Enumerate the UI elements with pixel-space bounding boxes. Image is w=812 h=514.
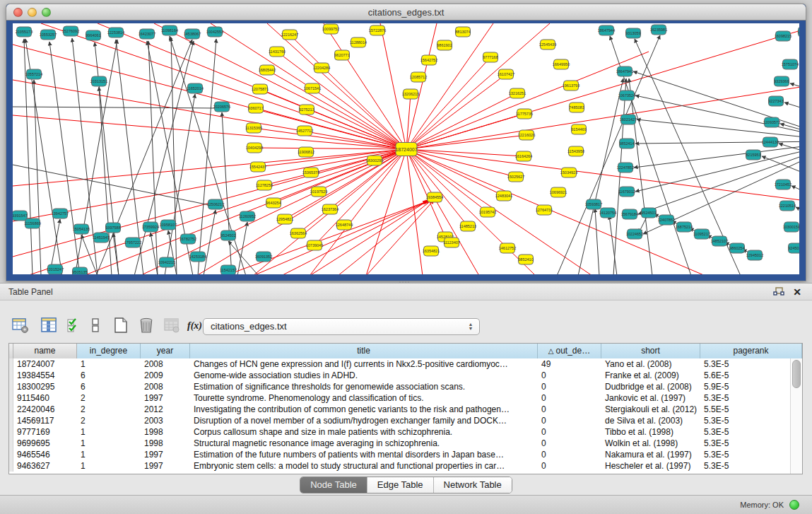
graph-node[interactable]: 12764731 (536, 205, 553, 215)
graph-node[interactable]: 12954821 (276, 214, 293, 224)
table-cell[interactable]: Dudbridge et al. (2008) (601, 381, 700, 392)
table-cell[interactable]: 1 (77, 460, 141, 472)
graph-node[interactable]: 11775735 (516, 109, 533, 119)
graph-node[interactable]: 13216251 (509, 88, 526, 98)
graph-node[interactable]: 16362564 (290, 228, 307, 238)
graph-node[interactable]: 11278258 (256, 180, 273, 190)
table-cell[interactable]: 0 (538, 381, 601, 392)
graph-node[interactable]: 15276092 (62, 26, 79, 36)
table-cell[interactable]: de Silva et al. (2003) (601, 415, 700, 426)
graph-node[interactable]: 12444138 (762, 137, 779, 147)
table-cell[interactable]: 5.3E-5 (700, 426, 802, 438)
graph-node[interactable]: 9360717 (248, 103, 263, 113)
graph-node[interactable]: 9643254 (266, 198, 281, 208)
graph-node[interactable]: 11542157 (220, 265, 237, 274)
table-cell[interactable]: Jankovic et al. (1997) (601, 392, 700, 404)
table-cell[interactable]: 1 (77, 449, 141, 460)
table-cell[interactable]: Changes of HCN gene expression and I(f) … (190, 358, 538, 370)
table-cell[interactable]: 2 (77, 404, 141, 415)
table-row[interactable]: 1830029562008Estimation of significance … (9, 381, 802, 392)
table-cell[interactable]: 6 (77, 370, 141, 381)
graph-node[interactable]: 11652014 (187, 83, 204, 93)
graph-node[interactable]: 11315365 (245, 123, 262, 133)
column-header-short[interactable]: short (601, 344, 700, 358)
table-cell[interactable]: Estimation of the future numbers of pati… (190, 449, 538, 460)
citation-network-graph[interactable]: 2035517310553257152760929964061122538141… (13, 23, 799, 274)
table-cell[interactable]: 0 (538, 449, 601, 460)
table-cell[interactable]: 2008 (141, 358, 190, 370)
graph-node[interactable]: 9245012 (788, 243, 799, 253)
table-cell[interactable]: 0 (538, 392, 601, 404)
table-cell[interactable]: 2008 (141, 381, 190, 392)
tab-node-table[interactable]: Node Table (300, 477, 367, 493)
graph-node[interactable]: 12506217 (207, 199, 224, 209)
graph-node[interactable]: 10300154 (783, 222, 799, 232)
graph-node[interactable]: 11123407 (443, 238, 460, 247)
graph-node[interactable]: 11485213 (459, 221, 476, 231)
graph-node[interactable]: 18647944 (598, 25, 615, 35)
column-header-title[interactable]: title (190, 344, 538, 358)
graph-node[interactable]: 10673524 (618, 90, 635, 100)
graph-node[interactable]: 10739045 (306, 240, 323, 250)
graph-node[interactable]: 12075871 (252, 84, 269, 94)
table-cell[interactable]: 1997 (141, 460, 190, 472)
graph-node[interactable]: 9227343 (768, 96, 783, 106)
graph-node[interactable]: 9524501 (641, 208, 656, 218)
delete-column-icon[interactable] (136, 315, 157, 336)
graph-node[interactable]: 16107427 (498, 69, 514, 79)
hub-node[interactable]: 18724007 (395, 143, 417, 156)
table-cell[interactable]: Tourette syndrome. Phenomenology and cla… (190, 392, 538, 404)
graph-node[interactable]: 15025627 (507, 172, 524, 182)
table-cell[interactable]: 0 (538, 370, 601, 381)
graph-node[interactable]: 9852414 (619, 139, 634, 148)
table-cell[interactable]: 19384554 (13, 370, 77, 381)
graph-node[interactable]: 20313151 (90, 76, 107, 86)
graph-node[interactable]: 11260952 (239, 211, 256, 221)
table-cell[interactable]: Disruption of a novel member of a sodium… (190, 415, 538, 426)
table-row[interactable]: 2242004622012Investigating the contribut… (9, 404, 802, 415)
graph-node[interactable]: 15642752 (420, 55, 437, 65)
graph-node[interactable]: 12093572 (763, 117, 780, 127)
graph-node[interactable]: 16237364 (322, 204, 339, 214)
table-row[interactable]: 1872400712008Changes of HCN gene express… (9, 358, 802, 370)
row-height-icon[interactable] (85, 315, 106, 336)
graph-node[interactable]: 11906812 (298, 147, 314, 157)
graph-node[interactable]: 12945012 (746, 250, 763, 260)
table-cell[interactable]: 5.3E-5 (700, 392, 802, 404)
table-cell[interactable]: 0 (538, 426, 601, 438)
table-cell[interactable]: 5.3E-5 (700, 415, 802, 426)
graph-node[interactable]: 10042553 (206, 27, 223, 37)
graph-node[interactable]: 9861902 (437, 40, 452, 50)
table-cell[interactable]: 0 (538, 415, 601, 426)
table-cell[interactable]: 2009 (141, 370, 190, 381)
graph-node[interactable]: 14120754 (599, 208, 616, 218)
table-row[interactable]: 946362711997Embryonic stem cells: a mode… (9, 460, 802, 472)
table-cell[interactable]: Hescheler et al. (1997) (601, 460, 700, 472)
graph-node[interactable]: 13206215 (402, 89, 419, 99)
select-columns-icon[interactable] (64, 315, 85, 336)
table-cell[interactable]: 0 (538, 404, 601, 415)
graph-node[interactable]: 17957222 (124, 238, 141, 247)
graph-node[interactable]: 10195742 (479, 207, 496, 217)
graph-node[interactable]: 12210514 (779, 201, 796, 211)
graph-node[interactable]: 12015247 (47, 264, 64, 274)
graph-node[interactable]: 16782752 (180, 234, 196, 244)
graph-node[interactable]: 9852410 (518, 255, 533, 264)
graph-node[interactable]: 18647941 (616, 66, 633, 76)
graph-node[interactable]: 10958107 (160, 220, 177, 230)
table-row[interactable]: 1938455462009Genome-wide association stu… (9, 370, 802, 381)
show-columns-icon[interactable] (38, 315, 59, 336)
table-cell[interactable]: 6 (77, 381, 141, 392)
graph-node[interactable]: 10557214 (25, 69, 42, 79)
column-header-name[interactable]: name (13, 344, 77, 358)
table-cell[interactable]: 1998 (141, 438, 190, 449)
graph-node[interactable]: 13942757 (52, 209, 69, 218)
table-row[interactable]: 969969511998Structural magnetic resonanc… (9, 438, 802, 449)
graph-node[interactable]: 12407852 (658, 215, 675, 225)
table-row[interactable]: 946554611997Estimation of the future num… (9, 449, 802, 460)
graph-node[interactable]: 9620771 (334, 50, 349, 60)
graph-node[interactable]: 10593817 (585, 199, 602, 209)
graph-node[interactable]: 9964061 (86, 30, 100, 40)
table-cell[interactable]: 1998 (141, 426, 190, 438)
column-header-pagerank[interactable]: pagerank (700, 344, 802, 358)
